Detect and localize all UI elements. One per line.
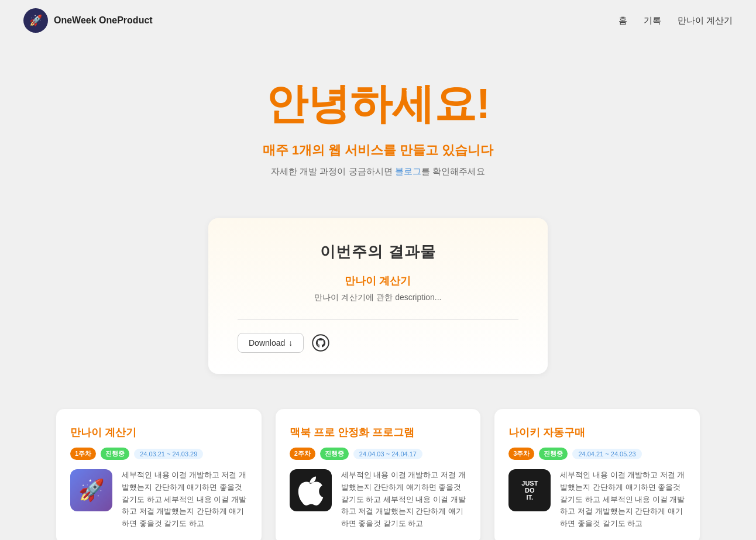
card-2-description: 세부적인 내용 이걸 개발하고 저걸 개발했는지 간단하게 얘기하면 좋을것 같… [560,469,686,530]
card-2-meta: 3주차 진행중 24.04.21 ~ 24.05.23 [508,448,686,460]
card-2-logo: JUSTDOIT. [508,469,551,511]
svg-point-0 [313,335,329,351]
weekly-product-desc: 만나이 계산기에 관한 description... [238,293,518,303]
card-0-date-badge: 24.03.21 ~ 24.03.29 [134,449,203,459]
card-0-status-badge: 진행중 [101,448,129,460]
card-1-status-badge: 진행중 [320,448,349,460]
card-2: 나이키 자동구매 3주차 진행중 24.04.21 ~ 24.05.23 JUS… [494,409,700,540]
github-icon[interactable] [312,334,329,352]
card-0-description: 세부적인 내용 이걸 개발하고 저걸 개발했는지 간단하게 얘기하면 좋을것 같… [122,469,248,530]
card-1-body: 세부적인 내용 이걸 개발하고 저걸 개발했는지 간단하게 얘기하면 좋을것 같… [290,469,467,530]
card-1-meta: 2주차 진행중 24.04.03 ~ 24.04.17 [290,448,467,460]
card-1-logo [290,469,332,511]
hero-section: 안녕하세요! 매주 1개의 웹 서비스를 만들고 있습니다 자세한 개발 과정이… [0,41,756,201]
card-1-week-badge: 2주차 [290,448,315,460]
download-button[interactable]: Download ↓ [238,333,304,353]
card-1-description: 세부적인 내용 이걸 개발하고 저걸 개발했는지 간단하게 얘기하면 좋을것 같… [341,469,467,530]
hero-title: 안녕하세요! [12,76,744,132]
nav-logo-group: 🚀 OneWeek OneProduct [23,8,153,33]
hero-blog-link[interactable]: 블로그 [395,166,421,176]
card-2-status-badge: 진행중 [539,448,568,460]
card-1: 맥북 프로 안정화 프로그램 2주차 진행중 24.04.03 ~ 24.04.… [276,409,481,540]
weekly-product-title: 만나이 계산기 [238,274,518,288]
card-0-body: 🚀 세부적인 내용 이걸 개발하고 저걸 개발했는지 간단하게 얘기하면 좋을것… [70,469,248,530]
download-arrow-icon: ↓ [288,338,293,348]
hero-description: 자세한 개발 과정이 궁금하시면 블로그를 확인해주세요 [12,166,744,177]
card-2-date-badge: 24.04.21 ~ 24.05.23 [572,449,641,459]
card-0: 만나이 계산기 1주차 진행중 24.03.21 ~ 24.03.29 🚀 세부… [56,409,262,540]
card-1-title: 맥북 프로 안정화 프로그램 [290,425,467,439]
logo-icon: 🚀 [23,8,48,33]
cards-grid: 만나이 계산기 1주차 진행중 24.03.21 ~ 24.03.29 🚀 세부… [39,409,717,540]
nav-link-age-calc[interactable]: 만나이 계산기 [678,15,733,26]
nav-link-records[interactable]: 기록 [644,15,661,26]
nav-link-home[interactable]: 홈 [618,15,627,26]
card-0-logo: 🚀 [70,469,112,511]
navbar: 🚀 OneWeek OneProduct 홈 기록 만나이 계산기 [0,0,756,41]
weekly-divider [238,319,518,320]
hero-desc-post: 를 확인해주세요 [421,166,485,176]
card-0-meta: 1주차 진행중 24.03.21 ~ 24.03.29 [70,448,248,460]
hero-subtitle-post: 를 만들고 있습니다 [383,143,493,157]
nav-links: 홈 기록 만나이 계산기 [618,15,733,26]
weekly-actions: Download ↓ [238,333,518,353]
nav-brand: OneWeek OneProduct [54,15,153,26]
card-2-title: 나이키 자동구매 [508,425,686,439]
weekly-card: 이번주의 결과물 만나이 계산기 만나이 계산기에 관한 description… [208,218,548,374]
card-2-body: JUSTDOIT. 세부적인 내용 이걸 개발하고 저걸 개발했는지 간단하게 … [508,469,686,530]
card-1-date-badge: 24.04.03 ~ 24.04.17 [353,449,422,459]
download-label: Download [249,338,285,348]
hero-subtitle-pre: 매주 [263,143,292,157]
hero-subtitle-highlight: 1개의 웹 서비스 [292,143,383,157]
card-0-title: 만나이 계산기 [70,425,248,439]
card-0-week-badge: 1주차 [70,448,96,460]
weekly-label: 이번주의 결과물 [238,242,518,262]
card-2-week-badge: 3주차 [508,448,534,460]
hero-desc-pre: 자세한 개발 과정이 궁금하시면 [271,166,395,176]
hero-subtitle: 매주 1개의 웹 서비스를 만들고 있습니다 [12,142,744,159]
